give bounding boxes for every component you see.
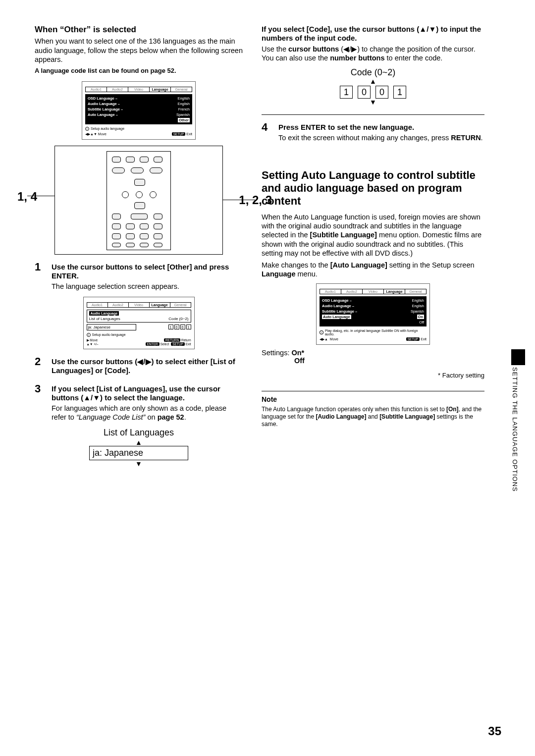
setup-screen-2: Audio1 Audio2 Video Language General Aud… <box>83 297 195 349</box>
step-4: 4 Press ENTER to set the new language. T… <box>262 122 484 142</box>
page-number: 35 <box>488 724 501 738</box>
step-4-title: Press ENTER to set the new language. <box>278 123 484 132</box>
side-tab: SETTING THE LANGUAGE OPTIONS <box>511 349 525 547</box>
note-block: Note The Auto Language function operates… <box>262 391 484 428</box>
setup-screen-1: Audio1 Audio2 Video Language General OSD… <box>82 81 196 140</box>
auto-language-heading: Setting Auto Language to control subtitl… <box>262 169 484 208</box>
step-1-title: Use the cursor buttons to select [Other]… <box>52 263 243 280</box>
left-heading: When “Other” is selected <box>35 25 243 35</box>
left-list-note: A language code list can be found on pag… <box>35 67 243 74</box>
setup-screen-3: Audio1 Audio2 Video Language General OSD… <box>316 283 430 345</box>
left-column: When “Other” is selected When you want t… <box>35 25 243 473</box>
step-1: 1 Use the cursor buttons to select [Othe… <box>35 262 243 291</box>
callout-left: 1, 4 <box>17 190 37 204</box>
step-4-desc: To exit the screen without making any ch… <box>278 133 484 142</box>
tab: General <box>171 87 192 92</box>
tab: Audio1 <box>86 87 107 92</box>
step-3: 3 If you select [List of Languages], use… <box>35 383 243 422</box>
step-1-desc: The language selection screen appears. <box>52 282 243 291</box>
left-intro: When you want to select one of the 136 l… <box>35 37 243 63</box>
settings-summary: Settings: On* Off <box>262 349 484 365</box>
down-arrow-icon: ▼ <box>89 460 188 467</box>
list-of-languages-diagram: List of Languages ▲ ja: Japanese ▼ <box>89 428 188 467</box>
tab-selected: Language <box>150 87 171 92</box>
auto-language-p1: When the Auto Language function is used,… <box>262 213 484 258</box>
tab: Video <box>128 87 150 92</box>
step-3-title: If you select [List of Languages], use t… <box>52 384 243 402</box>
code-desc: Use the cursor buttons (◀/▶) to change t… <box>262 45 484 62</box>
down-arrow-icon: ▼ <box>323 99 423 106</box>
step-2: 2 Use the cursor buttons (◀/▶) to select… <box>35 356 243 377</box>
auto-language-p2: Make changes to the [Auto Language] sett… <box>262 261 484 278</box>
step-3-desc: For languages which are only shown as a … <box>52 404 243 422</box>
highlighted-option: Other <box>178 118 190 122</box>
factory-setting-note: * Factory setting <box>262 372 484 379</box>
up-arrow-icon: ▲ <box>89 439 188 446</box>
right-column: If you select [Code], use the cursor but… <box>262 25 484 473</box>
code-heading: If you select [Code], use the cursor but… <box>262 25 484 43</box>
code-input-diagram: Code (0~2) ▲ 1 0 0 1 ▼ <box>323 67 423 106</box>
tab: Audio2 <box>107 87 128 92</box>
up-arrow-icon: ▲ <box>323 78 423 85</box>
callout-right: 1, 2, 3 <box>239 193 272 207</box>
step-2-title: Use the cursor buttons (◀/▶) to select e… <box>52 357 243 375</box>
remote-diagram: 1, 4 1, 2, 3 <box>54 146 223 255</box>
